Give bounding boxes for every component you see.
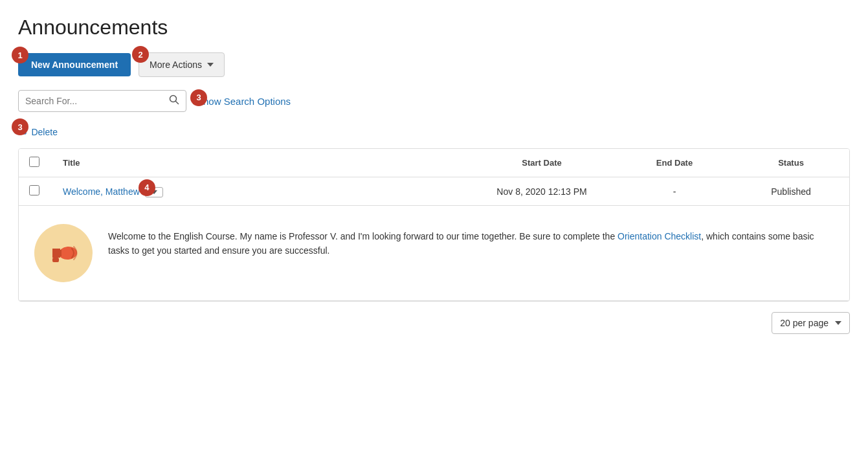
pagination-row: 20 per page — [18, 312, 850, 334]
new-announcement-label: New Announcement — [31, 60, 118, 70]
col-header-status: Status — [733, 149, 849, 177]
delete-link[interactable]: Delete — [31, 127, 57, 137]
row-end-date: - — [616, 177, 733, 206]
expanded-content: Welcome to the English Course. My name i… — [19, 206, 849, 300]
search-icon — [169, 95, 179, 105]
delete-row: 3 Delete — [18, 125, 850, 138]
svg-rect-7 — [60, 250, 61, 256]
megaphone-icon — [46, 236, 81, 271]
toolbar: 1 New Announcement 2 More Actions — [18, 52, 850, 77]
col-header-end-date: End Date — [616, 149, 733, 177]
col-header-title: Title — [52, 149, 467, 177]
per-page-label: 20 per page — [780, 318, 829, 328]
badge-1: 1 — [12, 47, 28, 63]
show-search-options-wrapper: 3 Show Search Options — [197, 96, 291, 107]
more-actions-wrapper: 2 More Actions — [139, 52, 225, 77]
badge-3: 3 — [190, 89, 207, 106]
badge-4: 4 — [139, 179, 155, 196]
row-checkbox[interactable] — [29, 185, 39, 195]
page-title: Announcements — [18, 16, 850, 39]
svg-line-1 — [176, 102, 179, 104]
badge-3-delete: 3 — [12, 118, 28, 135]
row-start-date: Nov 8, 2020 12:13 PM — [467, 177, 616, 206]
row-title-cell: Welcome, Matthew 4 — [52, 177, 467, 206]
row-title-link[interactable]: Welcome, Matthew — [63, 186, 140, 197]
row-status: Published — [733, 177, 849, 206]
search-row: 3 Show Search Options — [18, 90, 850, 112]
show-search-options-link[interactable]: Show Search Options — [197, 96, 291, 107]
badge-2: 2 — [132, 46, 149, 63]
more-actions-chevron-icon — [207, 63, 214, 67]
search-button[interactable] — [169, 95, 179, 107]
expanded-text: Welcome to the English Course. My name i… — [108, 224, 834, 258]
announcements-table: Title Start Date End Date Status Welcome… — [18, 148, 850, 302]
table-row: Welcome, Matthew 4 Nov 8, 2020 12:13 PM … — [19, 177, 849, 206]
megaphone-icon-wrap — [34, 224, 93, 282]
row-checkbox-cell — [19, 177, 52, 206]
expanded-row: Welcome to the English Course. My name i… — [19, 206, 849, 301]
select-all-checkbox[interactable] — [29, 157, 39, 167]
expanded-content-cell: Welcome to the English Course. My name i… — [19, 206, 849, 301]
more-actions-label: More Actions — [150, 60, 202, 70]
orientation-checklist-link[interactable]: Orientation Checklist — [618, 231, 701, 241]
search-input[interactable] — [25, 96, 169, 106]
search-box — [18, 90, 186, 112]
per-page-chevron-icon — [835, 321, 841, 325]
col-header-checkbox — [19, 149, 52, 177]
more-actions-button[interactable]: More Actions — [139, 52, 225, 77]
delete-wrapper: 3 Delete — [18, 125, 58, 138]
col-header-start-date: Start Date — [467, 149, 616, 177]
new-announcement-wrapper: 1 New Announcement — [18, 53, 131, 76]
svg-marker-6 — [52, 249, 60, 258]
new-announcement-button[interactable]: New Announcement — [18, 53, 131, 76]
per-page-select[interactable]: 20 per page — [772, 312, 850, 334]
svg-rect-8 — [52, 258, 59, 262]
